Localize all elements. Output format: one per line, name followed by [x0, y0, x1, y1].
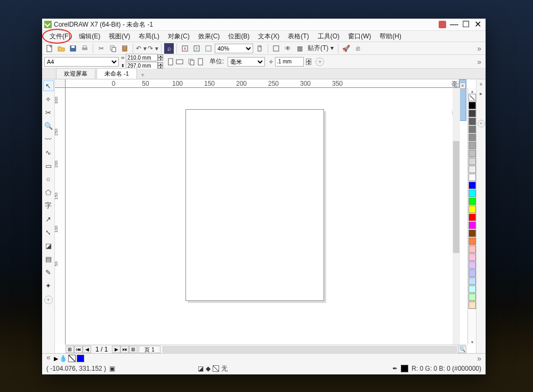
docker-close-icon[interactable]: ×: [459, 83, 466, 89]
crop-tool[interactable]: ✂: [43, 107, 54, 118]
preview-button[interactable]: 👁: [282, 43, 293, 54]
cut-button[interactable]: ✂: [96, 43, 107, 54]
tab-untitled[interactable]: 未命名 -1: [96, 68, 137, 79]
prev-page-button[interactable]: ◀: [83, 346, 91, 353]
swatch[interactable]: [469, 270, 476, 277]
menu-text[interactable]: 文本(X): [254, 31, 284, 42]
pick-tool[interactable]: ↖: [43, 80, 54, 91]
add-page-before-button[interactable]: ⊞: [66, 346, 74, 353]
add-button[interactable]: +: [316, 58, 324, 66]
canvas-area[interactable]: [66, 88, 466, 345]
publish-button[interactable]: [203, 43, 214, 54]
polygon-tool[interactable]: ⬠: [43, 187, 54, 198]
toolbox-add-button[interactable]: +: [44, 296, 53, 304]
swatch[interactable]: [469, 134, 476, 141]
search-button[interactable]: ⌕: [164, 43, 174, 54]
swatch[interactable]: [469, 118, 476, 125]
tab-welcome[interactable]: 欢迎屏幕: [56, 68, 95, 79]
panel-add-button[interactable]: +: [478, 120, 485, 127]
swatch[interactable]: [469, 190, 476, 197]
zoom-fit-button[interactable]: 🔍: [458, 346, 466, 353]
redo-button[interactable]: ↷ ▾: [148, 43, 158, 54]
fill-tool[interactable]: ✦: [43, 280, 54, 291]
drawing-page[interactable]: [185, 109, 324, 301]
grid-button[interactable]: ▦: [294, 43, 305, 54]
menu-view[interactable]: 视图(V): [104, 31, 134, 42]
swatch[interactable]: [469, 238, 476, 245]
fill-blue-swatch[interactable]: [77, 355, 84, 362]
unit-select[interactable]: 毫米: [228, 57, 265, 67]
eyedropper-tool[interactable]: ✎: [43, 267, 54, 277]
swatch[interactable]: [469, 214, 476, 221]
user-icon[interactable]: [438, 20, 447, 29]
width-spinner[interactable]: ▴▾: [158, 54, 163, 61]
menu-object[interactable]: 对象(C): [164, 31, 194, 42]
fullscreen-button[interactable]: [271, 43, 281, 54]
swatch[interactable]: [469, 293, 476, 301]
play-icon[interactable]: ▣: [109, 365, 115, 372]
height-spinner[interactable]: ▴▾: [158, 62, 163, 69]
menu-edit[interactable]: 编辑(E): [75, 31, 104, 42]
paralleldim-tool[interactable]: ↗: [43, 214, 54, 224]
swatch[interactable]: [469, 166, 476, 173]
paper-size-select[interactable]: A4: [44, 57, 119, 67]
paste-button[interactable]: [119, 43, 130, 54]
maximize-button[interactable]: ☐: [460, 21, 472, 28]
swatch[interactable]: [469, 110, 476, 117]
menu-tools[interactable]: 工具(O): [313, 31, 344, 42]
menu-help[interactable]: 帮助(H): [375, 31, 406, 42]
tab-add-button[interactable]: +: [138, 71, 148, 79]
ruler-corner[interactable]: [55, 79, 66, 88]
minimize-button[interactable]: —: [448, 21, 460, 28]
zoom-select[interactable]: 40%: [215, 44, 253, 53]
shape-tool[interactable]: ⟡: [43, 94, 54, 104]
currentpage-button[interactable]: [197, 58, 204, 66]
artistic-tool[interactable]: ∿: [43, 147, 54, 158]
rectangle-tool[interactable]: ▭: [43, 160, 54, 171]
portrait-button[interactable]: [167, 58, 174, 66]
ruler-horizontal[interactable]: 0 50 100 150 200 250 300 350 毫米: [66, 79, 466, 88]
menu-window[interactable]: 窗口(W): [344, 31, 375, 42]
swatch[interactable]: [469, 230, 476, 237]
menu-bitmap[interactable]: 位图(B): [224, 31, 254, 42]
swatch[interactable]: [469, 142, 476, 149]
ruler-vertical[interactable]: 300 250 200 150 100 50: [55, 88, 66, 345]
next-page-button[interactable]: ▶: [112, 346, 120, 353]
nudge-spinner[interactable]: ▴▾: [306, 59, 311, 65]
swatch-black[interactable]: [469, 102, 476, 109]
close-button[interactable]: ✕: [472, 21, 483, 28]
swatch[interactable]: [469, 246, 476, 253]
swatch[interactable]: [469, 158, 476, 165]
swatch[interactable]: [469, 206, 476, 213]
swatch-white[interactable]: [469, 174, 476, 181]
swatch[interactable]: [469, 277, 476, 285]
import-button[interactable]: [180, 43, 190, 54]
freehand-tool[interactable]: 〰: [43, 134, 54, 144]
new-button[interactable]: [44, 43, 55, 54]
swatch[interactable]: [469, 182, 476, 189]
text-tool[interactable]: 字: [43, 200, 54, 211]
allpages-button[interactable]: [188, 58, 195, 66]
swatch[interactable]: [469, 150, 476, 157]
export-button[interactable]: [191, 43, 202, 54]
page-width-input[interactable]: [126, 54, 158, 61]
swatch[interactable]: [469, 254, 476, 261]
landscape-button[interactable]: [176, 59, 183, 65]
page-tab-1[interactable]: 页 1: [139, 346, 160, 353]
swatch[interactable]: [469, 222, 476, 229]
nav-left-icon[interactable]: »: [44, 354, 53, 363]
propbar-overflow-icon[interactable]: »: [475, 58, 483, 66]
outline-color-indicator[interactable]: [401, 365, 408, 372]
menu-layout[interactable]: 布局(L): [134, 31, 164, 42]
options2-button[interactable]: ⎚: [353, 43, 364, 54]
menu-effect[interactable]: 效果(C): [194, 31, 224, 42]
add-page-after-button[interactable]: ⊞: [129, 346, 138, 353]
connector-tool[interactable]: ⤡: [43, 227, 54, 238]
nav-right-icon[interactable]: »: [475, 354, 483, 363]
eyedropper-icon[interactable]: 💧: [59, 355, 67, 362]
menu-table[interactable]: 表格(T): [284, 31, 313, 42]
toolbar-overflow-icon[interactable]: »: [475, 44, 483, 53]
transparency-tool[interactable]: ▤: [43, 254, 54, 264]
swatch-none[interactable]: [469, 94, 476, 101]
docker-arrow-icon[interactable]: ▸: [478, 89, 485, 97]
